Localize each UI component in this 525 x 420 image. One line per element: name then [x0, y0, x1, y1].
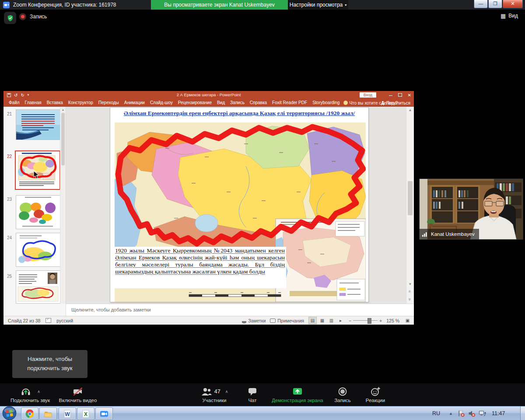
- tab-review[interactable]: Рецензирование: [175, 99, 214, 107]
- tab-storyboarding[interactable]: Storyboarding: [310, 99, 342, 107]
- start-button[interactable]: [2, 406, 17, 420]
- scroll-down-icon[interactable]: ▼: [406, 282, 414, 286]
- ppt-minimize-button[interactable]: [389, 95, 392, 96]
- zoom-taskbar-icon: [100, 410, 108, 418]
- volume-muted-icon[interactable]: [468, 410, 475, 419]
- fit-slide-button[interactable]: ▣: [404, 317, 411, 324]
- tab-foxit[interactable]: Foxit Reader PDF: [270, 99, 310, 107]
- participants-options-chevron[interactable]: ∧: [225, 389, 228, 394]
- slide-canvas[interactable]: Әлімхан Ермековтердің ерен еңбектері арқ…: [110, 108, 368, 302]
- taskbar-chrome-button[interactable]: [21, 407, 38, 420]
- signin-button[interactable]: Вход: [360, 92, 376, 98]
- zoom-in-button[interactable]: +: [379, 318, 382, 323]
- tab-view[interactable]: Вид: [214, 99, 228, 107]
- slide-thumbnail-panel: 21 22 23 24 25: [4, 107, 66, 304]
- powerpoint-window: ↺ ↻ ▾ 2 А Ермеков шегара - PowerPoint Вх…: [4, 91, 414, 324]
- scrollbar-thumb[interactable]: [408, 181, 413, 215]
- slide-thumbnail-24[interactable]: [16, 233, 60, 267]
- taskbar-excel-button[interactable]: X: [77, 407, 94, 420]
- chrome-icon: [25, 410, 34, 418]
- ppt-close-button[interactable]: ✕: [408, 93, 411, 98]
- security-shield-button[interactable]: [4, 12, 16, 24]
- taskbar-explorer-button[interactable]: [39, 407, 57, 420]
- participants-icon: [201, 387, 212, 396]
- start-video-button[interactable]: Включить видео: [58, 386, 98, 403]
- ppt-maximize-button[interactable]: [398, 93, 402, 97]
- zoom-percentage[interactable]: 125 %: [386, 318, 399, 323]
- taskbar-word-button[interactable]: W: [59, 407, 76, 420]
- tab-help[interactable]: Справка: [247, 99, 270, 107]
- slide-sorter-view-button[interactable]: ▦: [318, 317, 326, 324]
- share-button[interactable]: Поделиться: [381, 99, 410, 107]
- comments-toggle[interactable]: Примечания: [270, 318, 304, 323]
- show-desktop-button[interactable]: [520, 406, 525, 420]
- close-button[interactable]: ✕: [503, 0, 523, 8]
- tab-record[interactable]: Запись: [228, 99, 247, 107]
- powerpoint-window-title: 2 А Ермеков шегара - PowerPoint: [4, 91, 414, 99]
- person-icon: [381, 101, 385, 105]
- slide-thumbnail-22-selected[interactable]: [15, 150, 60, 190]
- zoom-slider-knob[interactable]: [368, 318, 371, 324]
- slide-scrollbar[interactable]: ▲ ▼ « »: [406, 107, 414, 304]
- thumbnail-scrollbar[interactable]: ▲: [60, 107, 66, 304]
- network-icon[interactable]: [479, 410, 486, 419]
- view-settings-dropdown[interactable]: Настройки просмотра ▾: [288, 0, 348, 10]
- taskbar-zoom-button[interactable]: [95, 407, 113, 420]
- spellcheck-icon[interactable]: [46, 318, 51, 323]
- view-layout-button[interactable]: ▦ Вид: [500, 13, 518, 19]
- normal-view-button[interactable]: ▤: [308, 317, 317, 324]
- slide-title[interactable]: Әлімхан Ермековтердің ерен еңбектері арқ…: [113, 110, 366, 117]
- slideshow-view-button[interactable]: ▸: [337, 317, 344, 324]
- headset-icon: [20, 386, 32, 397]
- zoom-slider[interactable]: [353, 317, 378, 324]
- zoom-app-icon: [3, 2, 10, 8]
- powerpoint-window-controls: ✕: [389, 91, 411, 99]
- slide-thumbnail-23[interactable]: [16, 195, 60, 229]
- tab-slideshow[interactable]: Слайд-шоу: [147, 99, 175, 107]
- thumbnail-scrollbar-thumb[interactable]: [61, 113, 65, 165]
- windows-start-icon: [2, 406, 17, 420]
- tab-transitions[interactable]: Переходы: [96, 99, 122, 107]
- reactions-button[interactable]: Реакции: [359, 386, 392, 403]
- next-slide-button[interactable]: »: [406, 297, 414, 302]
- svg-text:W: W: [65, 411, 70, 417]
- minimize-button[interactable]: —: [474, 0, 488, 8]
- participants-button[interactable]: 47 ∧ Участники: [192, 386, 237, 403]
- tab-insert[interactable]: Вставка: [44, 99, 66, 107]
- language-indicator[interactable]: RU: [432, 406, 440, 420]
- language-indicator[interactable]: русский: [56, 318, 73, 323]
- excel-icon: X: [81, 410, 90, 418]
- thumbnail-21-preview: [16, 110, 60, 140]
- share-screen-button[interactable]: Демонстрация экрана: [265, 386, 330, 403]
- slide-thumbnail-25[interactable]: [16, 270, 60, 304]
- tab-home[interactable]: Главная: [22, 99, 44, 107]
- record-icon: [337, 386, 348, 397]
- participant-video-tile[interactable]: Kanat Uskembayev: [419, 178, 523, 240]
- tray-expand-icon[interactable]: ▲: [449, 406, 453, 420]
- tab-file[interactable]: Файл: [6, 99, 22, 107]
- join-audio-button[interactable]: ∧ Подключить звук: [4, 386, 57, 403]
- thumbnail-scroll-up-icon[interactable]: ▲: [60, 107, 66, 112]
- tab-animations[interactable]: Анимации: [122, 99, 147, 107]
- reading-view-button[interactable]: ▥: [328, 317, 335, 324]
- audio-options-chevron[interactable]: ∧: [37, 389, 40, 394]
- previous-slide-button[interactable]: «: [406, 289, 414, 294]
- maximize-button[interactable]: ❐: [488, 0, 502, 8]
- powerpoint-workspace: 21 22 23 24 25: [4, 107, 414, 304]
- view-label: Вид: [508, 13, 518, 19]
- slide-body-text[interactable]: 1920 жылы Мәскеуге Қырревкомның №2043 ма…: [115, 247, 286, 288]
- chat-button[interactable]: Чат: [240, 386, 265, 403]
- clock[interactable]: 11:47: [492, 406, 505, 420]
- notes-pane[interactable]: Щелкните, чтобы добавить заметки: [66, 304, 414, 316]
- record-button[interactable]: Запись: [331, 386, 354, 403]
- scroll-up-icon[interactable]: ▲: [406, 108, 414, 112]
- tab-design[interactable]: Конструктор: [66, 99, 96, 107]
- notes-toggle[interactable]: Заметки: [242, 318, 266, 323]
- zoom-window-title: Zoom Конференция, ID участника: 161978: [13, 2, 116, 8]
- participant-name: Kanat Uskembayev: [431, 231, 475, 237]
- zoom-out-button[interactable]: −: [349, 318, 351, 323]
- action-center-icon[interactable]: [458, 410, 465, 419]
- view-settings-label: Настройки просмотра: [290, 2, 343, 8]
- video-off-icon: [72, 386, 84, 397]
- slide-thumbnail-21[interactable]: [16, 109, 60, 140]
